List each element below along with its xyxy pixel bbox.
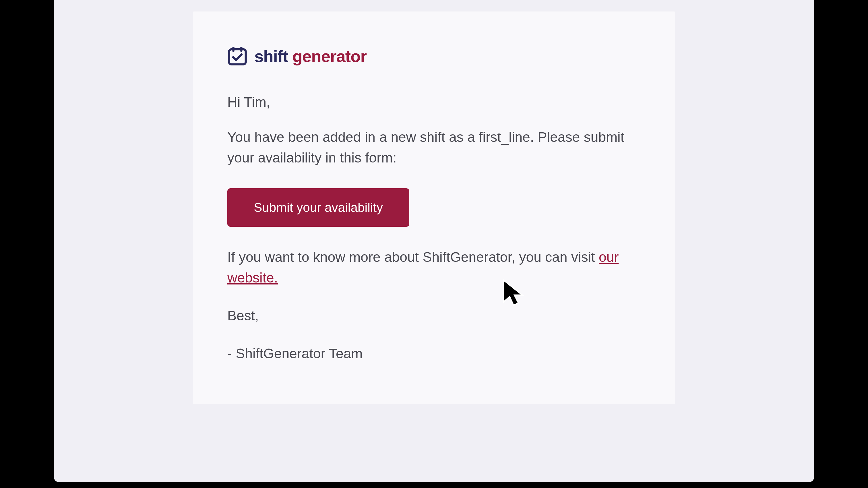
signature-text: - ShiftGenerator Team (227, 343, 641, 364)
info-prefix: If you want to know more about ShiftGene… (227, 249, 599, 265)
logo-word-shift: shift (254, 47, 288, 65)
logo-word-generator: generator (292, 47, 367, 65)
greeting-text: Hi Tim, (227, 92, 641, 113)
svg-rect-0 (229, 50, 246, 64)
intro-text: You have been added in a new shift as a … (227, 127, 641, 168)
logo: shift generator (227, 46, 641, 66)
calendar-check-icon (227, 46, 247, 66)
content-wrap: shift generator Hi Tim, You have been ad… (193, 11, 675, 404)
email-viewport: shift generator Hi Tim, You have been ad… (54, 0, 814, 482)
svg-rect-2 (240, 47, 242, 52)
submit-availability-button[interactable]: Submit your availability (227, 188, 409, 227)
email-card: shift generator Hi Tim, You have been ad… (193, 11, 675, 404)
svg-rect-1 (232, 47, 235, 52)
info-text: If you want to know more about ShiftGene… (227, 247, 641, 288)
closing-text: Best, (227, 305, 641, 326)
logo-text: shift generator (254, 47, 367, 66)
